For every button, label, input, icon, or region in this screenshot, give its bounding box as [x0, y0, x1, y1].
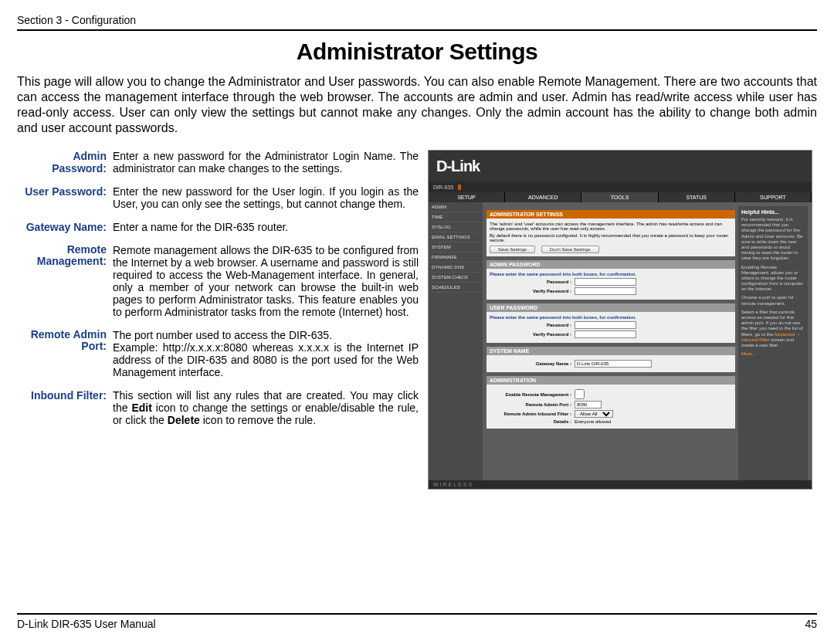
administration-header: ADMINISTRATION [486, 376, 735, 385]
lbl-remote-filter: Remote Admin Inbound Filter : [490, 412, 575, 416]
admin-pw-header: ADMIN PASSWORD [486, 260, 735, 269]
gateway-name-desc: Enter a name for the DIR-635 router. [113, 221, 419, 233]
lbl-enable-remote: Enable Remote Management : [490, 392, 575, 397]
tab-tools[interactable]: TOOLS [581, 192, 658, 202]
lbl-gateway: Gateway Name : [490, 361, 575, 366]
remote-admin-port-label: Remote Admin Port: [17, 329, 110, 353]
section-header: Section 3 - Configuration [17, 14, 817, 26]
side-system[interactable]: SYSTEM [429, 242, 483, 253]
admin-desc2: By default there is no password configur… [490, 233, 732, 242]
delete-word: Delete [168, 414, 200, 426]
router-sidebar: ADMIN TIME SYSLOG EMAIL SETTINGS SYSTEM … [429, 202, 483, 488]
hints-p3: Choose a port to open for remote managem… [741, 295, 805, 306]
admin-pw-hint: Please enter the same password into both… [490, 272, 732, 276]
rap-line2: Example: http://x.x.x.x:8080 whereas x.x… [113, 341, 419, 378]
tab-status[interactable]: STATUS [659, 192, 735, 202]
user-pw-hint: Please enter the same password into both… [490, 315, 732, 320]
dont-save-button[interactable]: Don't Save Settings [541, 246, 599, 253]
side-syscheck[interactable]: SYSTEM CHECK [429, 273, 483, 283]
admin-vpw-input[interactable] [575, 287, 636, 295]
helpful-hints-panel: Helpful Hints... For security reasons, i… [738, 206, 808, 484]
hints-more[interactable]: More... [741, 351, 805, 357]
dlink-logo: D-Link [436, 158, 480, 175]
footer-rule [17, 613, 817, 615]
hints-p4: Select a filter that controls access as … [741, 310, 805, 348]
page-footer: D-Link DIR-635 User Manual 45 [17, 613, 817, 630]
side-firmware[interactable]: FIRMWARE [429, 253, 483, 263]
router-model-bar: DIR-635 [429, 181, 812, 192]
tab-advanced[interactable]: ADVANCED [505, 192, 581, 202]
user-pw-header: USER PASSWORD [486, 303, 735, 312]
hints-p2: Enabling Remote Management, allows you o… [741, 265, 805, 293]
admin-settings-header: ADMINISTRATOR SETTINGS [486, 210, 735, 219]
hints-p1: For security reasons, it is recommended … [741, 217, 805, 262]
remote-filter-select[interactable]: Allow All [575, 410, 613, 418]
side-time[interactable]: TIME [429, 212, 483, 222]
lbl-remote-port: Remote Admin Port : [490, 402, 575, 407]
admin-pw-input[interactable] [575, 278, 636, 286]
page-title: Administrator Settings [17, 39, 817, 65]
remote-port-input[interactable] [575, 401, 602, 408]
user-password-label: User Password: [17, 185, 110, 198]
hints-title: Helpful Hints... [741, 209, 805, 215]
page-number: 45 [805, 618, 817, 630]
user-vpw-input[interactable] [575, 330, 636, 338]
side-email[interactable]: EMAIL SETTINGS [429, 232, 483, 242]
side-syslog[interactable]: SYSLOG [429, 222, 483, 232]
gateway-input[interactable] [575, 360, 652, 368]
side-ddns[interactable]: DYNAMIC DNS [429, 263, 483, 273]
system-name-header: SYSTEM NAME [486, 347, 735, 355]
remote-management-desc: Remote management allows the DIR-635 to … [113, 244, 419, 318]
header-rule [17, 29, 817, 31]
lbl-details: Details : [490, 419, 575, 424]
edit-word: Edit [131, 402, 151, 414]
intro-paragraph: This page will allow you to change the A… [17, 74, 817, 136]
enable-remote-checkbox[interactable] [575, 389, 585, 399]
if-text-e: icon to remove the rule. [200, 414, 316, 426]
lbl-admin-vpw: Verify Password : [490, 289, 575, 293]
save-settings-button[interactable]: Save Settings [490, 246, 535, 253]
lbl-user-pw: Password : [490, 323, 575, 327]
remote-management-label: Remote Management: [17, 244, 110, 268]
admin-password-desc: Enter a new password for the Administrat… [113, 150, 419, 175]
router-footer: WIRELESS [429, 480, 812, 489]
side-admin[interactable]: ADMIN [429, 202, 483, 212]
router-logo-bar: D-Link [429, 151, 812, 181]
tab-support[interactable]: SUPPORT [735, 192, 812, 202]
user-password-desc: Enter the new password for the User logi… [113, 185, 419, 210]
tab-setup[interactable]: SETUP [429, 192, 505, 202]
inbound-filter-desc: This section will list any rules that ar… [113, 389, 419, 426]
details-value: Everyone allowed [575, 419, 611, 424]
lbl-admin-pw: Password : [490, 280, 575, 284]
router-screenshot: D-Link DIR-635 SETUP ADVANCED TOOLS STAT… [428, 150, 812, 490]
inbound-filter-label: Inbound Filter: [17, 389, 110, 402]
remote-admin-port-desc: The port number used to access the DIR-6… [113, 329, 419, 378]
user-pw-input[interactable] [575, 321, 636, 329]
lbl-user-vpw: Verify Password : [490, 332, 575, 337]
admin-desc1: The 'admin' and 'user' accounts can acce… [490, 222, 732, 231]
manual-name: D-Link DIR-635 User Manual [17, 618, 156, 630]
side-schedules[interactable]: SCHEDULES [429, 283, 483, 293]
router-model: DIR-635 [429, 185, 461, 190]
gateway-name-label: Gateway Name: [17, 221, 110, 233]
router-tabs: SETUP ADVANCED TOOLS STATUS SUPPORT [429, 192, 812, 202]
rap-line1: The port number used to access the DIR-6… [113, 329, 332, 341]
definitions-list: Admin Password: Enter a new password for… [17, 150, 419, 490]
admin-password-label: Admin Password: [17, 150, 110, 175]
